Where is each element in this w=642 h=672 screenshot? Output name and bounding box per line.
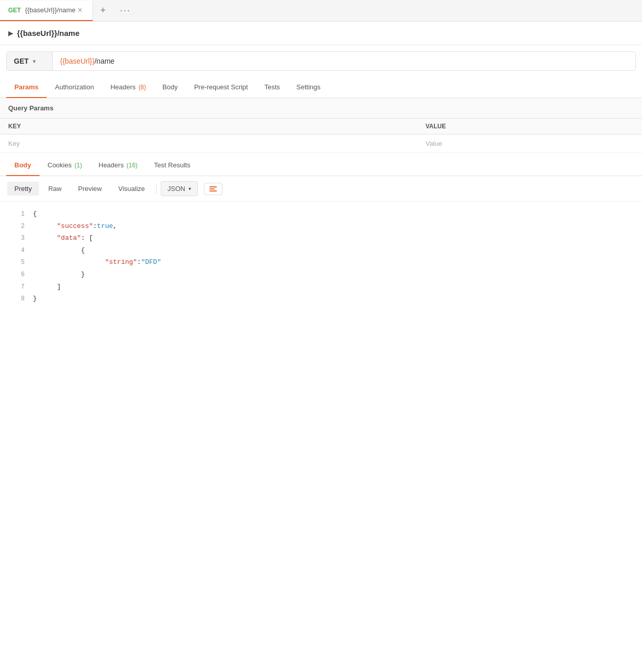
line-num-7: 7	[8, 282, 25, 293]
json-format-value: JSON	[167, 185, 185, 193]
json-line-7: 7 ]	[8, 281, 634, 293]
breadcrumb: ▶ {{baseUrl}}/name	[0, 22, 642, 45]
res-tab-cookies-badge: (1)	[74, 162, 82, 169]
json-line-8: 8 }	[8, 293, 634, 305]
tab-prerequest-label: Pre-request Script	[194, 83, 248, 91]
fmt-preview[interactable]: Preview	[71, 182, 109, 196]
tab-url: {{baseUrl}}/name	[25, 6, 75, 14]
tab-prerequest[interactable]: Pre-request Script	[186, 77, 256, 98]
active-tab[interactable]: GET {{baseUrl}}/name ×	[0, 1, 93, 21]
res-tab-testresults-label: Test Results	[154, 161, 191, 169]
tab-settings[interactable]: Settings	[288, 77, 329, 98]
method-arrow: ▾	[33, 59, 35, 64]
json-val-5: "DFD"	[141, 256, 161, 268]
wrap-bar-1	[210, 186, 217, 187]
res-tab-body[interactable]: Body	[6, 155, 40, 176]
json-line-4: 4 {	[8, 244, 634, 257]
res-tab-headers-label: Headers	[99, 161, 126, 169]
json-content-6: }	[33, 268, 85, 280]
line-num-3: 3	[8, 233, 25, 244]
tab-body[interactable]: Body	[154, 77, 186, 98]
breadcrumb-text: {{baseUrl}}/name	[17, 29, 80, 37]
line-num-2: 2	[8, 221, 25, 233]
json-format-select[interactable]: JSON ▾	[161, 181, 198, 196]
fmt-visualize[interactable]: Visualize	[111, 182, 152, 196]
line-num-5: 5	[8, 257, 25, 268]
format-divider	[156, 184, 157, 194]
method-value: GET	[14, 57, 29, 65]
json-indent-5	[33, 256, 105, 268]
format-bar: Pretty Raw Preview Visualize JSON ▾	[0, 176, 642, 202]
line-num-4: 4	[8, 245, 25, 257]
tab-authorization[interactable]: Authorization	[47, 77, 102, 98]
tab-authorization-label: Authorization	[55, 83, 94, 91]
tab-params-label: Params	[14, 83, 39, 91]
json-content-8: }	[33, 293, 37, 304]
json-sep-3: : [	[81, 232, 93, 244]
json-line-2: 2 "success" : true ,	[8, 220, 634, 233]
tab-settings-label: Settings	[296, 83, 320, 91]
key-input-cell[interactable]: Key	[0, 135, 418, 153]
col-value-header: VALUE	[418, 119, 643, 135]
wrap-icon-button[interactable]	[204, 183, 222, 195]
tab-more-button[interactable]: ···	[113, 0, 138, 21]
json-content-4: {	[33, 244, 85, 256]
json-line-5: 5 "string" : "DFD"	[8, 256, 634, 268]
json-sep-5: :	[137, 256, 141, 268]
tab-close-icon[interactable]: ×	[75, 6, 84, 15]
tab-bar: GET {{baseUrl}}/name × + ···	[0, 0, 642, 22]
value-input-cell[interactable]: Value	[418, 135, 643, 153]
fmt-raw[interactable]: Raw	[41, 182, 69, 196]
json-line-3: 3 "data" : [	[8, 232, 634, 244]
tab-headers-badge: (8)	[139, 84, 146, 91]
json-content-1: {	[33, 208, 37, 220]
json-val-2: true	[97, 220, 113, 232]
table-row: Key Value	[0, 135, 642, 153]
json-key-3: "data"	[57, 232, 81, 244]
url-bar: GET ▾ {{baseUrl}}/name	[6, 51, 636, 71]
query-params-label: Query Params	[0, 98, 642, 118]
json-line-1: 1 {	[8, 208, 634, 220]
tab-tests[interactable]: Tests	[256, 77, 288, 98]
tab-tests-label: Tests	[265, 83, 280, 91]
response-tabs: Body Cookies (1) Headers (16) Test Resul…	[0, 155, 642, 176]
json-line-6: 6 }	[8, 268, 634, 281]
json-key-2: "success"	[57, 220, 93, 232]
json-key-5: "string"	[105, 256, 137, 268]
wrap-bar-2	[210, 188, 215, 189]
res-tab-headers[interactable]: Headers (16)	[90, 155, 146, 176]
params-table: KEY VALUE Key Value	[0, 118, 642, 153]
line-num-6: 6	[8, 270, 25, 281]
tab-headers[interactable]: Headers (8)	[102, 77, 154, 98]
tab-body-label: Body	[162, 83, 178, 91]
json-body: 1 { 2 "success" : true , 3 "data" : [ 4 …	[0, 202, 642, 311]
json-sep-2: :	[93, 220, 97, 232]
line-num-1: 1	[8, 209, 25, 220]
json-comma-2: ,	[113, 220, 117, 232]
res-tab-testresults[interactable]: Test Results	[146, 155, 199, 176]
tab-method: GET	[8, 7, 21, 14]
wrap-bar-3	[210, 190, 217, 191]
res-tab-headers-badge: (16)	[127, 162, 138, 169]
request-tabs: Params Authorization Headers (8) Body Pr…	[0, 77, 642, 98]
method-select[interactable]: GET ▾	[7, 52, 53, 70]
fmt-pretty[interactable]: Pretty	[7, 182, 39, 196]
col-key-header: KEY	[0, 119, 418, 135]
tab-headers-label: Headers	[110, 83, 138, 91]
url-prefix: {{baseUrl}}	[60, 57, 95, 65]
res-tab-cookies-label: Cookies	[48, 161, 74, 169]
json-content-7: ]	[33, 281, 61, 293]
res-tab-cookies[interactable]: Cookies (1)	[40, 155, 90, 176]
url-input[interactable]: {{baseUrl}}/name	[53, 52, 635, 70]
url-suffix: /name	[95, 57, 115, 65]
tab-params[interactable]: Params	[6, 77, 47, 98]
json-indent-3	[33, 232, 57, 244]
json-format-arrow: ▾	[188, 186, 191, 191]
breadcrumb-arrow: ▶	[8, 30, 13, 37]
json-indent-2	[33, 220, 57, 232]
res-tab-body-label: Body	[14, 161, 31, 169]
line-num-8: 8	[8, 294, 25, 305]
tab-add-button[interactable]: +	[93, 0, 113, 21]
